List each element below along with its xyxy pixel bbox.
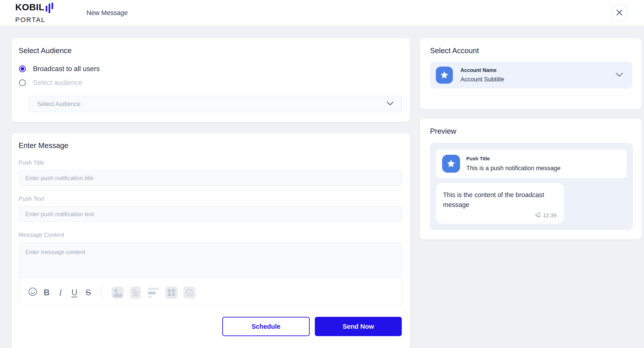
account-star-icon: [436, 67, 453, 84]
chevron-down-icon: [615, 72, 624, 78]
emoji-button[interactable]: [26, 285, 40, 300]
push-star-icon: [442, 155, 460, 173]
logo-text-portal: PORTAL: [15, 16, 55, 23]
message-content-editor: B I U S: [18, 242, 402, 306]
underline-button[interactable]: U: [68, 285, 81, 300]
radio-broadcast-all-users[interactable]: Broadcast to all users: [19, 65, 402, 73]
enter-message-heading: Enter Message: [18, 141, 402, 150]
grid-icon: [165, 286, 178, 299]
select-account-card: Select Account Account Name Account Subt…: [420, 38, 642, 109]
push-text-label: Push Text: [18, 195, 402, 202]
radio-select-audience[interactable]: Select audience: [19, 79, 402, 87]
document-icon: [129, 286, 142, 299]
schedule-button[interactable]: Schedule: [222, 317, 310, 336]
select-audience-card: Select Audience Broadcast to all users S…: [12, 38, 410, 122]
main-content: Select Audience Broadcast to all users S…: [0, 26, 644, 348]
audience-dropdown[interactable]: Select Audience: [29, 96, 402, 112]
push-notification-preview: Push Title This is a push notification m…: [436, 149, 627, 178]
close-icon: [616, 9, 623, 17]
preview-card: Preview Push Title This is a push notifi…: [420, 119, 642, 239]
send-now-button[interactable]: Send Now: [315, 317, 402, 336]
push-title-label: Push Title: [18, 159, 402, 166]
message-content-input[interactable]: [19, 243, 401, 279]
account-name: Account Name: [460, 67, 504, 73]
italic-button[interactable]: I: [54, 285, 68, 300]
account-selector[interactable]: Account Name Account Subtitle: [430, 62, 632, 89]
message-content-label: Message Content: [18, 231, 402, 238]
signal-bars-icon: [46, 3, 55, 15]
strikethrough-button[interactable]: S: [81, 285, 95, 300]
radio-unselected-icon[interactable]: [19, 79, 26, 86]
image-icon: [111, 286, 124, 299]
rotate-icon: [183, 286, 196, 299]
preview-push-message: This is a push notification message: [466, 165, 560, 172]
kobil-portal-logo: KOBIL PORTAL: [15, 3, 55, 23]
disabled-toolbar-group: [111, 286, 196, 299]
bubble-text: This is the content of the broadcast mes…: [443, 190, 556, 210]
push-title-input[interactable]: [18, 170, 402, 186]
enter-message-card: Enter Message Push Title Push Text Messa…: [12, 133, 410, 348]
audience-dropdown-placeholder: Select Audience: [37, 101, 386, 108]
close-button[interactable]: [611, 5, 628, 21]
radio-select-audience-label[interactable]: Select audience: [33, 79, 82, 87]
select-audience-heading: Select Audience: [18, 47, 402, 55]
toolbar-divider: [101, 284, 102, 301]
emoji-icon: [28, 287, 38, 298]
radio-broadcast-label[interactable]: Broadcast to all users: [33, 65, 100, 73]
editor-toolbar: B I U S: [19, 279, 401, 306]
select-account-heading: Select Account: [430, 47, 632, 55]
chevron-down-icon: [386, 101, 394, 107]
align-left-icon: [147, 286, 160, 299]
account-subtitle: Account Subtitle: [460, 76, 504, 83]
page-title: New Message: [86, 9, 128, 17]
radio-selected-icon[interactable]: [19, 66, 26, 72]
bold-button[interactable]: B: [40, 285, 54, 300]
preview-panel: Push Title This is a push notification m…: [430, 143, 632, 230]
preview-heading: Preview: [430, 127, 632, 135]
logo-text-kobil: KOBIL: [15, 3, 44, 12]
bubble-meta: 12:39: [443, 212, 556, 219]
action-buttons-row: Schedule Send Now: [18, 317, 402, 336]
megaphone-icon: [535, 212, 541, 219]
message-bubble-preview: This is the content of the broadcast mes…: [436, 183, 564, 224]
preview-push-title: Push Title: [466, 156, 560, 162]
push-text-input[interactable]: [18, 206, 402, 222]
audience-radio-group: Broadcast to all users Select audience: [18, 65, 402, 87]
top-bar: KOBIL PORTAL New Message: [0, 0, 644, 26]
bubble-time: 12:39: [543, 212, 556, 219]
